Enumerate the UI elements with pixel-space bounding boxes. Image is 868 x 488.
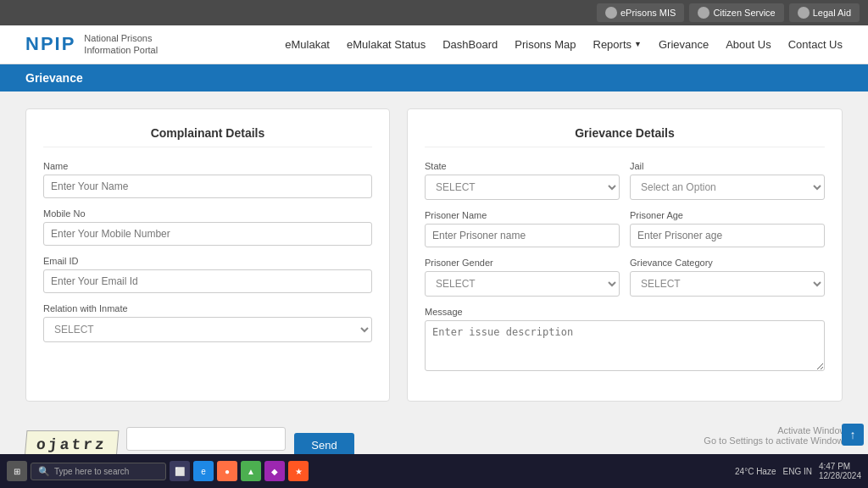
main-content: Complainant Details Name Mobile No Email… bbox=[0, 92, 868, 419]
prisoner-name-label: Prisoner Name bbox=[425, 210, 620, 220]
name-label: Name bbox=[43, 161, 372, 171]
complainant-title: Complainant Details bbox=[43, 126, 372, 147]
logo-npip: NPIP bbox=[25, 33, 75, 55]
jail-select[interactable]: Select an Option bbox=[630, 175, 825, 200]
message-group: Message bbox=[425, 307, 825, 374]
taskbar-app-4[interactable]: ◆ bbox=[264, 461, 285, 480]
nav-dashboard[interactable]: DashBoard bbox=[442, 38, 498, 51]
nav-contact[interactable]: Contact Us bbox=[788, 38, 843, 51]
taskbar-app-5[interactable]: ★ bbox=[288, 461, 309, 480]
eprisons-icon bbox=[605, 7, 617, 19]
gender-category-row: Prisoner Gender SELECT Grievance Categor… bbox=[425, 258, 825, 307]
prisoner-name-age-row: Prisoner Name Prisoner Age bbox=[425, 210, 825, 258]
category-select[interactable]: SELECT bbox=[630, 271, 825, 297]
logo-title-line2: Information Portal bbox=[84, 44, 158, 56]
email-input[interactable] bbox=[43, 269, 372, 293]
nav-about[interactable]: About Us bbox=[726, 38, 771, 51]
taskbar: ⊞ 🔍 Type here to search ⬜ e ● ▲ ◆ ★ 24°C… bbox=[0, 454, 868, 480]
taskview-icon[interactable]: ⬜ bbox=[170, 461, 190, 480]
category-group: Grievance Category SELECT bbox=[630, 258, 825, 297]
captcha-input[interactable] bbox=[126, 427, 286, 451]
email-label: Email ID bbox=[43, 256, 372, 266]
relation-group: Relation with Inmate SELECT bbox=[43, 303, 372, 342]
nav-emulakat[interactable]: eMulakat bbox=[285, 38, 330, 51]
mobile-input[interactable] bbox=[43, 222, 372, 246]
scroll-top-button[interactable]: ↑ bbox=[842, 424, 864, 446]
logo-area: NPIP National Prisons Information Portal bbox=[25, 32, 158, 57]
state-jail-row: State SELECT Jail Select an Option bbox=[425, 161, 825, 210]
logo-subtitle-area: National Prisons Information Portal bbox=[84, 32, 158, 57]
citizen-icon bbox=[698, 7, 709, 19]
mobile-group: Mobile No bbox=[43, 208, 372, 246]
email-group: Email ID bbox=[43, 256, 372, 293]
legal-aid-btn[interactable]: Legal Aid bbox=[789, 3, 860, 22]
relation-label: Relation with Inmate bbox=[43, 303, 372, 313]
utility-bar: ePrisons MIS Citizen Service Legal Aid bbox=[0, 0, 868, 25]
prisoner-age-label: Prisoner Age bbox=[630, 210, 825, 220]
jail-group: Jail Select an Option bbox=[630, 161, 825, 200]
taskbar-app-3[interactable]: ▲ bbox=[241, 461, 261, 480]
taskbar-language: ENG IN bbox=[782, 467, 811, 476]
relation-select[interactable]: SELECT bbox=[43, 317, 372, 342]
name-group: Name bbox=[43, 161, 372, 198]
legal-icon bbox=[798, 7, 810, 19]
name-input[interactable] bbox=[43, 175, 372, 198]
grievance-title: Grievance Details bbox=[425, 126, 825, 147]
activate-windows-watermark: Activate Windows Go to Settings to activ… bbox=[704, 425, 851, 446]
taskbar-right: 24°C Haze ENG IN 4:47 PM12/28/2024 bbox=[735, 462, 861, 480]
nav-reports-dropdown[interactable]: Reports ▼ bbox=[593, 38, 642, 51]
taskbar-datetime: 4:47 PM12/28/2024 bbox=[819, 462, 861, 480]
gender-label: Prisoner Gender bbox=[425, 258, 620, 268]
taskbar-app-1[interactable]: e bbox=[193, 461, 214, 480]
taskbar-search-area[interactable]: 🔍 Type here to search bbox=[31, 463, 166, 480]
page-title: Grievance bbox=[25, 71, 83, 85]
jail-label: Jail bbox=[630, 161, 825, 171]
taskbar-app-2[interactable]: ● bbox=[217, 461, 237, 480]
nav-prisons-map[interactable]: Prisons Map bbox=[515, 38, 576, 51]
message-textarea[interactable] bbox=[425, 320, 825, 371]
main-header: NPIP National Prisons Information Portal… bbox=[0, 25, 868, 64]
grievance-card: Grievance Details State SELECT Jail Sele… bbox=[407, 108, 843, 402]
state-group: State SELECT bbox=[425, 161, 620, 200]
eprisons-mis-btn[interactable]: ePrisons MIS bbox=[597, 3, 684, 22]
main-nav: eMulakat eMulakat Status DashBoard Priso… bbox=[285, 38, 843, 51]
prisoner-name-input[interactable] bbox=[425, 224, 620, 247]
logo-title-line1: National Prisons bbox=[84, 32, 158, 44]
page-title-bar: Grievance bbox=[0, 64, 868, 92]
complainant-card: Complainant Details Name Mobile No Email… bbox=[25, 108, 390, 402]
taskbar-weather: 24°C Haze bbox=[735, 467, 776, 476]
prisoner-age-group: Prisoner Age bbox=[630, 210, 825, 247]
prisoner-age-input[interactable] bbox=[630, 224, 825, 247]
state-label: State bbox=[425, 161, 620, 171]
nav-grievance[interactable]: Grievance bbox=[659, 38, 709, 51]
gender-select[interactable]: SELECT bbox=[425, 271, 620, 297]
message-label: Message bbox=[425, 307, 825, 317]
gender-group: Prisoner Gender SELECT bbox=[425, 258, 620, 297]
state-select[interactable]: SELECT bbox=[425, 175, 620, 200]
reports-caret-icon: ▼ bbox=[634, 40, 642, 48]
windows-start-icon[interactable]: ⊞ bbox=[7, 461, 27, 480]
nav-emulakat-status[interactable]: eMulakat Status bbox=[347, 38, 426, 51]
mobile-label: Mobile No bbox=[43, 208, 372, 219]
search-icon: 🔍 bbox=[38, 466, 50, 477]
citizen-service-btn[interactable]: Citizen Service bbox=[689, 3, 783, 22]
prisoner-name-group: Prisoner Name bbox=[425, 210, 620, 247]
category-label: Grievance Category bbox=[630, 258, 825, 268]
